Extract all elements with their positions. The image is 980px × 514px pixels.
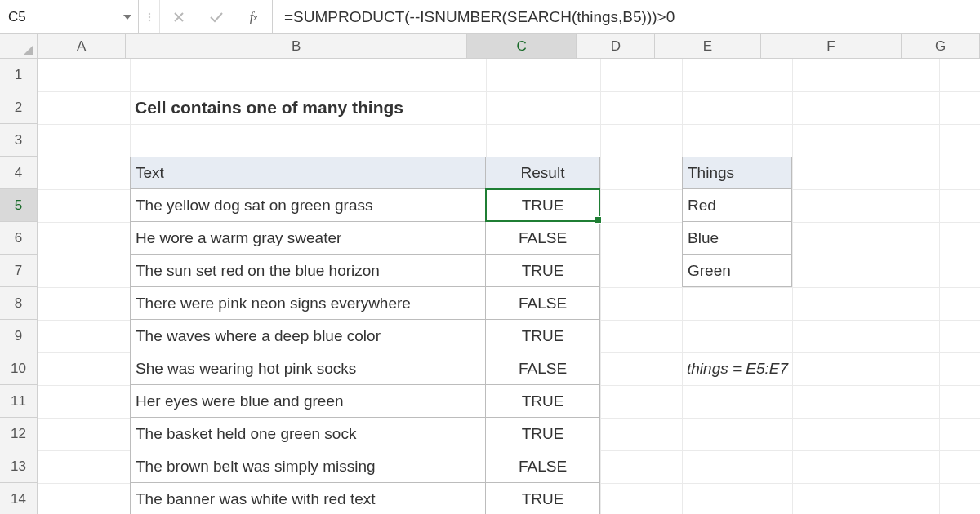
row-headers: 1234567891011121314 [0, 59, 38, 514]
named-range-note: things = E5:E7 [682, 352, 939, 385]
table-row-result[interactable]: TRUE [486, 418, 600, 450]
table-row-text[interactable]: The banner was white with red text [130, 483, 486, 514]
table-row-text[interactable]: Her eyes were blue and green [130, 385, 486, 418]
table-row-text[interactable]: She was wearing hot pink socks [130, 352, 486, 385]
page-title: Cell contains one of many things [130, 91, 600, 124]
column-header-C[interactable]: C [467, 34, 577, 58]
row-header-11[interactable]: 11 [0, 385, 37, 418]
table-row-text[interactable]: The brown belt was simply missing [130, 450, 486, 483]
table-header-result: Result [486, 157, 600, 189]
column-header-B[interactable]: B [126, 34, 467, 58]
enter-button[interactable] [198, 0, 235, 33]
table-row-result[interactable]: TRUE [486, 255, 600, 287]
row-header-1[interactable]: 1 [0, 59, 37, 91]
column-header-D[interactable]: D [577, 34, 655, 58]
row-header-10[interactable]: 10 [0, 352, 37, 385]
row-header-6[interactable]: 6 [0, 222, 37, 255]
formula-bar: C5 fx =SUMPRODUCT(--ISNUMBER(SEARCH(thin… [0, 0, 980, 34]
table-row-result[interactable]: TRUE [486, 189, 600, 222]
row-header-2[interactable]: 2 [0, 91, 37, 124]
row-header-3[interactable]: 3 [0, 124, 37, 157]
table-row-result[interactable]: FALSE [486, 287, 600, 320]
things-item[interactable]: Blue [682, 222, 792, 255]
table-row-text[interactable]: There were pink neon signs everywhere [130, 287, 486, 320]
column-header-G[interactable]: G [902, 34, 980, 58]
formula-input[interactable]: =SUMPRODUCT(--ISNUMBER(SEARCH(things,B5)… [273, 0, 980, 33]
row-header-7[interactable]: 7 [0, 255, 37, 287]
grid-area[interactable]: Cell contains one of many thingsTextResu… [38, 59, 980, 514]
row-header-8[interactable]: 8 [0, 287, 37, 320]
name-box-dropdown-icon[interactable] [117, 0, 138, 33]
row-header-14[interactable]: 14 [0, 483, 37, 514]
name-box-wrap[interactable]: C5 [0, 0, 139, 33]
table-row-result[interactable]: FALSE [486, 450, 600, 483]
name-box[interactable]: C5 [0, 9, 117, 25]
table-row-result[interactable]: TRUE [486, 320, 600, 352]
formula-bar-separator [139, 0, 160, 33]
table-row-text[interactable]: The basket held one green sock [130, 418, 486, 450]
table-row-text[interactable]: The sun set red on the blue horizon [130, 255, 486, 287]
svg-point-2 [148, 19, 149, 20]
row-header-12[interactable]: 12 [0, 418, 37, 450]
svg-point-1 [148, 16, 149, 17]
row-header-13[interactable]: 13 [0, 450, 37, 483]
table-row-result[interactable]: TRUE [486, 385, 600, 418]
insert-function-button[interactable]: fx [235, 0, 273, 33]
column-headers: ABCDEFG [38, 34, 980, 59]
column-header-E[interactable]: E [655, 34, 760, 58]
select-all-corner[interactable] [0, 34, 38, 59]
svg-point-0 [148, 12, 149, 14]
things-item[interactable]: Red [682, 189, 792, 222]
row-header-5[interactable]: 5 [0, 189, 37, 222]
table-row-text[interactable]: The yellow dog sat on green grass [130, 189, 486, 222]
table-row-text[interactable]: The waves where a deep blue color [130, 320, 486, 352]
cancel-button[interactable] [160, 0, 198, 33]
row-header-4[interactable]: 4 [0, 157, 37, 189]
table-row-text[interactable]: He wore a warm gray sweater [130, 222, 486, 255]
things-item[interactable]: Green [682, 255, 792, 287]
column-header-F[interactable]: F [761, 34, 902, 58]
row-header-9[interactable]: 9 [0, 320, 37, 352]
table-row-result[interactable]: TRUE [486, 483, 600, 514]
table-header-text: Text [130, 157, 486, 189]
spreadsheet: ABCDEFG 1234567891011121314 Cell contain… [0, 34, 980, 514]
table-header-things: Things [682, 157, 792, 189]
table-row-result[interactable]: FALSE [486, 222, 600, 255]
table-row-result[interactable]: FALSE [486, 352, 600, 385]
column-header-A[interactable]: A [38, 34, 126, 58]
